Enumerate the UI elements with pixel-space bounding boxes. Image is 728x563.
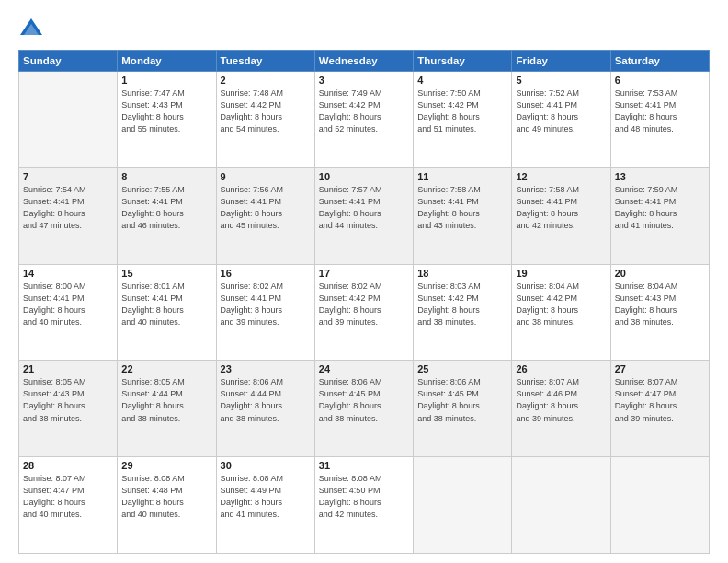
- day-number: 8: [121, 171, 211, 182]
- day-header-monday: Monday: [118, 51, 216, 72]
- calendar-cell: 20Sunrise: 8:04 AM Sunset: 4:43 PM Dayli…: [610, 264, 709, 361]
- day-number: 29: [121, 460, 211, 471]
- calendar-cell: [19, 72, 118, 168]
- day-number: 11: [417, 171, 507, 182]
- day-info: Sunrise: 8:01 AM Sunset: 4:41 PM Dayligh…: [121, 281, 211, 328]
- day-info: Sunrise: 8:08 AM Sunset: 4:49 PM Dayligh…: [221, 473, 311, 521]
- calendar-cell: 14Sunrise: 8:00 AM Sunset: 4:41 PM Dayli…: [19, 264, 118, 361]
- day-info: Sunrise: 8:05 AM Sunset: 4:44 PM Dayligh…: [121, 376, 211, 424]
- day-number: 19: [516, 268, 606, 279]
- day-info: Sunrise: 8:00 AM Sunset: 4:41 PM Dayligh…: [23, 281, 113, 328]
- calendar-cell: 26Sunrise: 8:07 AM Sunset: 4:46 PM Dayli…: [512, 361, 610, 457]
- calendar-cell: 29Sunrise: 8:08 AM Sunset: 4:48 PM Dayli…: [118, 457, 216, 554]
- day-info: Sunrise: 8:04 AM Sunset: 4:42 PM Dayligh…: [516, 281, 606, 328]
- day-header-saturday: Saturday: [610, 51, 709, 72]
- calendar-cell: 4Sunrise: 7:50 AM Sunset: 4:42 PM Daylig…: [414, 72, 512, 168]
- calendar-cell: 23Sunrise: 8:06 AM Sunset: 4:44 PM Dayli…: [216, 361, 314, 457]
- calendar-week-row: 7Sunrise: 7:54 AM Sunset: 4:41 PM Daylig…: [19, 167, 710, 264]
- calendar-cell: 28Sunrise: 8:07 AM Sunset: 4:47 PM Dayli…: [19, 457, 118, 554]
- day-number: 30: [221, 460, 311, 471]
- day-info: Sunrise: 8:07 AM Sunset: 4:47 PM Dayligh…: [23, 473, 113, 521]
- day-info: Sunrise: 7:54 AM Sunset: 4:41 PM Dayligh…: [23, 184, 113, 232]
- calendar-cell: 27Sunrise: 8:07 AM Sunset: 4:47 PM Dayli…: [610, 361, 709, 457]
- day-number: 6: [615, 75, 705, 86]
- calendar-cell: 8Sunrise: 7:55 AM Sunset: 4:41 PM Daylig…: [118, 167, 216, 264]
- day-info: Sunrise: 8:07 AM Sunset: 4:46 PM Dayligh…: [516, 376, 606, 424]
- day-number: 26: [516, 363, 606, 374]
- day-header-tuesday: Tuesday: [216, 51, 314, 72]
- calendar-cell: 7Sunrise: 7:54 AM Sunset: 4:41 PM Daylig…: [19, 167, 118, 264]
- day-number: 5: [516, 75, 606, 86]
- day-number: 9: [221, 171, 311, 182]
- day-number: 15: [121, 268, 211, 279]
- calendar-cell: 25Sunrise: 8:06 AM Sunset: 4:45 PM Dayli…: [414, 361, 512, 457]
- day-info: Sunrise: 7:47 AM Sunset: 4:43 PM Dayligh…: [121, 87, 211, 135]
- calendar-cell: 11Sunrise: 7:58 AM Sunset: 4:41 PM Dayli…: [414, 167, 512, 264]
- day-number: 2: [221, 75, 311, 86]
- day-number: 20: [615, 268, 705, 279]
- day-info: Sunrise: 8:06 AM Sunset: 4:44 PM Dayligh…: [221, 376, 311, 424]
- day-number: 13: [615, 171, 705, 182]
- calendar-week-row: 14Sunrise: 8:00 AM Sunset: 4:41 PM Dayli…: [19, 264, 710, 361]
- day-info: Sunrise: 8:05 AM Sunset: 4:43 PM Dayligh…: [23, 376, 113, 424]
- calendar-cell: 13Sunrise: 7:59 AM Sunset: 4:41 PM Dayli…: [610, 167, 709, 264]
- day-number: 21: [23, 363, 113, 374]
- calendar-cell: 21Sunrise: 8:05 AM Sunset: 4:43 PM Dayli…: [19, 361, 118, 457]
- calendar-cell: 9Sunrise: 7:56 AM Sunset: 4:41 PM Daylig…: [216, 167, 314, 264]
- day-header-friday: Friday: [512, 51, 610, 72]
- calendar-cell: 19Sunrise: 8:04 AM Sunset: 4:42 PM Dayli…: [512, 264, 610, 361]
- day-info: Sunrise: 8:08 AM Sunset: 4:50 PM Dayligh…: [319, 473, 409, 521]
- calendar-cell: 22Sunrise: 8:05 AM Sunset: 4:44 PM Dayli…: [118, 361, 216, 457]
- calendar-cell: 16Sunrise: 8:02 AM Sunset: 4:41 PM Dayli…: [216, 264, 314, 361]
- day-number: 10: [319, 171, 409, 182]
- calendar-cell: 31Sunrise: 8:08 AM Sunset: 4:50 PM Dayli…: [314, 457, 413, 554]
- calendar-cell: 10Sunrise: 7:57 AM Sunset: 4:41 PM Dayli…: [314, 167, 413, 264]
- day-info: Sunrise: 8:03 AM Sunset: 4:42 PM Dayligh…: [417, 281, 507, 328]
- calendar-week-row: 21Sunrise: 8:05 AM Sunset: 4:43 PM Dayli…: [19, 361, 710, 457]
- day-number: 3: [319, 75, 409, 86]
- calendar-cell: 3Sunrise: 7:49 AM Sunset: 4:42 PM Daylig…: [314, 72, 413, 168]
- day-info: Sunrise: 8:02 AM Sunset: 4:42 PM Dayligh…: [319, 281, 409, 328]
- day-info: Sunrise: 7:56 AM Sunset: 4:41 PM Dayligh…: [221, 184, 311, 232]
- calendar-cell: 18Sunrise: 8:03 AM Sunset: 4:42 PM Dayli…: [414, 264, 512, 361]
- day-info: Sunrise: 8:06 AM Sunset: 4:45 PM Dayligh…: [319, 376, 409, 424]
- day-number: 7: [23, 171, 113, 182]
- day-number: 28: [23, 460, 113, 471]
- day-info: Sunrise: 7:53 AM Sunset: 4:41 PM Dayligh…: [615, 87, 705, 135]
- day-number: 23: [221, 363, 311, 374]
- day-number: 12: [516, 171, 606, 182]
- day-info: Sunrise: 8:02 AM Sunset: 4:41 PM Dayligh…: [221, 281, 311, 328]
- day-number: 22: [121, 363, 211, 374]
- day-info: Sunrise: 7:48 AM Sunset: 4:42 PM Dayligh…: [221, 87, 311, 135]
- day-number: 24: [319, 363, 409, 374]
- day-number: 14: [23, 268, 113, 279]
- day-number: 1: [121, 75, 211, 86]
- day-info: Sunrise: 7:57 AM Sunset: 4:41 PM Dayligh…: [319, 184, 409, 232]
- calendar-cell: 12Sunrise: 7:58 AM Sunset: 4:41 PM Dayli…: [512, 167, 610, 264]
- day-info: Sunrise: 8:04 AM Sunset: 4:43 PM Dayligh…: [615, 281, 705, 328]
- calendar-cell: [512, 457, 610, 554]
- day-header-thursday: Thursday: [414, 51, 512, 72]
- day-info: Sunrise: 7:52 AM Sunset: 4:41 PM Dayligh…: [516, 87, 606, 135]
- calendar-header-row: SundayMondayTuesdayWednesdayThursdayFrid…: [19, 51, 710, 72]
- day-info: Sunrise: 8:07 AM Sunset: 4:47 PM Dayligh…: [615, 376, 705, 424]
- header: [18, 15, 710, 40]
- logo: [18, 15, 48, 40]
- calendar-cell: [414, 457, 512, 554]
- calendar-cell: [610, 457, 709, 554]
- day-info: Sunrise: 7:58 AM Sunset: 4:41 PM Dayligh…: [417, 184, 507, 232]
- day-number: 27: [615, 363, 705, 374]
- day-info: Sunrise: 7:59 AM Sunset: 4:41 PM Dayligh…: [615, 184, 705, 232]
- day-number: 18: [417, 268, 507, 279]
- logo-icon: [18, 15, 44, 40]
- page: SundayMondayTuesdayWednesdayThursdayFrid…: [0, 0, 728, 563]
- day-info: Sunrise: 7:50 AM Sunset: 4:42 PM Dayligh…: [417, 87, 507, 135]
- day-info: Sunrise: 7:49 AM Sunset: 4:42 PM Dayligh…: [319, 87, 409, 135]
- day-number: 16: [221, 268, 311, 279]
- calendar-cell: 15Sunrise: 8:01 AM Sunset: 4:41 PM Dayli…: [118, 264, 216, 361]
- day-number: 17: [319, 268, 409, 279]
- calendar-week-row: 1Sunrise: 7:47 AM Sunset: 4:43 PM Daylig…: [19, 72, 710, 168]
- calendar-cell: 6Sunrise: 7:53 AM Sunset: 4:41 PM Daylig…: [610, 72, 709, 168]
- day-number: 4: [417, 75, 507, 86]
- calendar-week-row: 28Sunrise: 8:07 AM Sunset: 4:47 PM Dayli…: [19, 457, 710, 554]
